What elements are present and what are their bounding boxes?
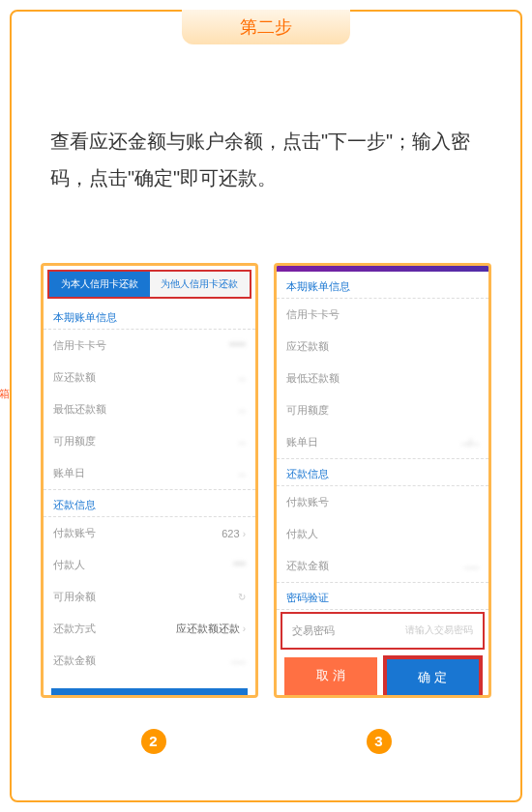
step-banner: 第二步 [182,10,350,44]
badge-2: 2 [41,729,266,754]
row-due-amount: 应还款额-- [44,362,255,393]
button-row: 取 消 确 定 [284,657,481,698]
screenshot-right: 本期账单信息 信用卡卡号 应还款额 最低还款额 可用额度 账单日--/-- 还款… [274,263,491,698]
row-available: 可用额度-- [44,425,255,457]
section-repay-header: 还款信息 [44,490,255,517]
confirm-button[interactable]: 确 定 [385,657,482,698]
side-label-email: 邮箱 [0,387,10,401]
row-repay-method[interactable]: 还款方式应还款额还款 › [44,613,255,645]
row-repay-amount: 还款金额---- [277,550,488,582]
cancel-button[interactable]: 取 消 [284,657,377,698]
tab-self-repay[interactable]: 为本人信用卡还款 [49,272,150,297]
row-bill-day: 账单日-- [44,457,255,489]
row-pay-acct: 付款账号 [277,486,488,518]
row-available: 可用额度 [277,394,488,426]
repay-tabs: 为本人信用卡还款 为他人信用卡还款 [47,270,251,299]
step-badges: 2 3 [41,729,491,754]
row-bill-day: 账单日--/-- [277,426,488,458]
next-button[interactable]: 下一步 [51,688,248,698]
screenshots-row: 为本人信用卡还款 为他人信用卡还款 本期账单信息 信用卡卡号**** 应还款额-… [41,263,491,698]
password-highlight: 交易密码 请输入交易密码 [281,612,485,650]
section-bill-header: 本期账单信息 [44,303,255,330]
refresh-icon: ↻ [238,592,246,602]
chevron-right-icon: › [243,624,246,634]
badge-3: 3 [266,729,491,754]
row-repay-amount: 还款金额---- [44,645,255,677]
row-card-no: 信用卡卡号**** [44,330,255,362]
section-repay-header: 还款信息 [277,459,488,486]
row-payer: 付款人 [277,518,488,550]
row-avail-balance[interactable]: 可用余额↻ [44,581,255,613]
password-placeholder: 请输入交易密码 [405,624,473,638]
row-min-due: 最低还款额 [277,362,488,394]
row-pay-acct[interactable]: 付款账号623 › [44,517,255,549]
row-payer: 付款人*** [44,549,255,581]
step-frame: 第二步 查看应还金额与账户余额，点击"下一步"；输入密码，点击"确定"即可还款。… [10,10,522,802]
chevron-right-icon: › [243,529,246,539]
row-min-due: 最低还款额-- [44,393,255,425]
screenshot-left: 为本人信用卡还款 为他人信用卡还款 本期账单信息 信用卡卡号**** 应还款额-… [41,263,258,698]
password-input-row[interactable]: 交易密码 请输入交易密码 [282,614,483,648]
section-bill-header: 本期账单信息 [277,272,488,299]
section-pwd-header: 密码验证 [277,583,488,610]
password-label: 交易密码 [292,624,335,638]
tab-other-repay[interactable]: 为他人信用卡还款 [150,272,251,297]
instruction-text: 查看应还金额与账户余额，点击"下一步"；输入密码，点击"确定"即可还款。 [50,123,482,196]
row-due-amount: 应还款额 [277,331,488,362]
row-card-no: 信用卡卡号 [277,299,488,331]
